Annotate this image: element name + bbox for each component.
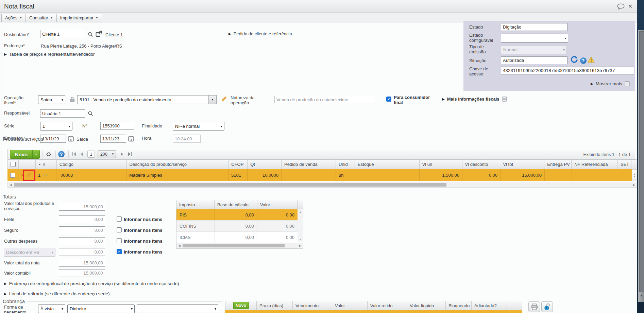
produtos-horizontal-scrollbar[interactable]: ◀ ▶ [7,182,637,188]
table-row[interactable]: PIS 0,00 0,00 [176,209,298,220]
pedido-header-cell[interactable]: Pedido de venda [282,160,336,169]
scroll-right-icon[interactable]: ▶ [633,183,635,187]
estado-input[interactable]: Digitação [501,23,567,31]
vl-un-header-cell[interactable]: Vl un [420,160,462,169]
destinatario-input[interactable]: Cliente 1 [40,30,85,38]
delete-row-icon[interactable]: ✕ [21,173,24,177]
valor-liquido-header-cell[interactable]: Valor líquido [407,301,446,310]
natureza-operacao-input[interactable]: Venda de produção do estabelecime [274,96,375,103]
edit-pencil-icon[interactable] [221,96,227,102]
last-page-icon[interactable] [128,152,132,156]
first-page-icon[interactable] [72,152,77,156]
novo-produto-button[interactable]: Novo ▾ [10,150,40,159]
move-row-up-icon[interactable]: ∧ [42,174,45,177]
num-header-cell[interactable]: ▲ # [36,160,57,169]
prazo-header-cell[interactable]: Prazo (dias) [257,301,293,310]
emissao-input[interactable]: 13/11/23 [40,135,66,143]
valor-header-cell[interactable]: Valor [257,200,298,209]
novo-parcela-button[interactable]: Novo [233,302,249,309]
impostos-horizontal-scrollbar[interactable]: ◀ ▶ [176,243,303,248]
warning-icon[interactable] [588,56,595,63]
combobox-dropdown-icon[interactable]: ▼ [208,95,216,104]
endereco-entrega-expander[interactable]: ▶ Endereço de entrega/local de prestação… [4,281,179,286]
mais-informacoes-expander[interactable]: ▶ Mais informações fiscais [442,97,507,102]
search-icon[interactable] [88,32,93,37]
next-page-icon[interactable] [120,152,124,156]
entrega-pv-header-cell[interactable]: Entrega PV [544,160,572,169]
vl-tot-header-cell[interactable]: Vl tot [500,160,544,169]
numero-input[interactable]: 1553900 [100,122,134,130]
scroll-down-icon[interactable]: ▼ [299,238,302,241]
calendar-icon[interactable]: 8 [68,136,74,142]
scrollbar-thumb[interactable] [639,31,644,292]
vl-desconto-header-cell[interactable]: Vl desconto [462,160,501,169]
scroll-left-icon[interactable]: ◀ [178,244,181,247]
refresh-grid-icon[interactable] [45,151,52,158]
frete-informar-checkbox[interactable] [117,216,122,222]
table-row[interactable]: ICMS 0,00 0,00 [176,231,298,243]
row-checkbox[interactable] [10,173,15,178]
frete-input[interactable]: 0,00 [59,215,105,223]
menu-acoes[interactable]: Ações ▼ [1,14,26,22]
desconto-informar-checkbox[interactable] [117,249,122,254]
estado-configuravel-select[interactable]: ▾ [501,34,568,42]
estoque-header-cell[interactable]: Estoque [355,160,420,169]
vista-prazo-select[interactable]: À vista ▾ [38,305,65,313]
impostos-vertical-scrollbar[interactable]: ▲ ▼ [298,209,303,242]
qt-header-cell[interactable]: Qt [248,160,282,169]
descricao-header-cell[interactable]: Descrição do produto/serviço [127,160,229,169]
help-icon[interactable]: ? [58,151,65,157]
help-icon[interactable]: ? [580,57,587,64]
adiantado-header-cell[interactable]: Adiantado? [472,301,507,310]
tabela-precos-expander[interactable]: ▶ Tabela de preços e representante/vende… [4,52,95,57]
calendar-icon[interactable]: 8 [128,136,134,142]
unid-header-cell[interactable]: Unid [336,160,355,169]
novo-dropdown-icon[interactable]: ▾ [32,150,39,158]
refresh-situacao-icon[interactable] [570,55,578,63]
seguro-input[interactable]: 0,00 [59,226,105,234]
scroll-right-icon[interactable]: ▶ [299,244,301,247]
produtos-vertical-scrollbar[interactable]: ▲ ▼ [632,169,637,181]
conta-select[interactable]: ▾ [137,305,218,313]
seguro-informar-checkbox[interactable] [117,227,122,232]
open-record-icon[interactable] [96,31,102,37]
menu-imprimir-exportar[interactable]: Imprimir/exportar ▼ [56,14,102,22]
cfop-combobox[interactable]: 5101 - Venda de produção do estabelecime… [77,95,217,104]
vencimento-header-cell[interactable]: Vencimento [293,301,332,310]
imposto-header-cell[interactable]: Imposto [176,200,215,209]
prev-page-icon[interactable] [80,152,84,156]
chave-acesso-input[interactable]: 4323119109052200018755001001553900161357… [501,67,634,74]
codigo-header-cell[interactable]: Código [57,160,127,169]
desconto-input[interactable]: 0,00 [59,248,105,256]
scroll-down-icon[interactable]: ▼ [633,176,636,178]
scroll-left-icon[interactable]: ◀ [10,183,12,187]
table-row[interactable]: COFINS 0,00 0,00 [176,220,298,231]
saida-input[interactable]: 13/11/23 [100,135,126,143]
nf-referenciada-header-cell[interactable]: NF Referenciada [572,160,618,169]
scroll-up-icon[interactable]: ▲ [299,211,302,213]
scrollbar-thumb[interactable] [183,244,285,247]
situacao-input[interactable]: Autorizada [501,56,567,64]
menu-consultar[interactable]: Consultar ▼ [26,14,57,22]
table-row[interactable]: ✕ 1 ∧ ∨ 00003 Madeira Simples 5101 10,00… [7,169,632,181]
unlock-button[interactable] [541,301,553,312]
close-icon[interactable]: ✕ [628,3,632,10]
scroll-up-icon[interactable]: ▲ [633,173,636,175]
destinatario-name-link[interactable]: Cliente 1 [105,32,123,37]
page-number-box[interactable]: 1 [87,151,95,158]
search-icon[interactable] [88,111,93,116]
bloqueado-header-cell[interactable]: Bloqueado [446,301,472,310]
serie-select[interactable]: 1 ▾ [40,122,72,131]
base-calculo-header-cell[interactable]: Base de cálculo [215,200,257,209]
outras-despesas-input[interactable]: 0,00 [59,237,105,245]
responsavel-input[interactable]: Usuário 1 [40,109,85,118]
cfop-header-cell[interactable]: CFOP [228,160,248,169]
local-retirada-expander[interactable]: ▶ Local de retirada (se diferente do end… [4,291,109,296]
print-boleto-button[interactable] [528,301,540,312]
finalidade-select[interactable]: NF-e normal ▾ [173,122,224,131]
move-row-down-icon[interactable]: ∨ [46,174,49,177]
browser-scrollbar[interactable]: ▼ [638,30,644,302]
scrollbar-thumb[interactable] [14,183,446,187]
select-all-checkbox[interactable] [11,162,16,167]
valor-header-cell[interactable]: Valor [332,301,368,310]
